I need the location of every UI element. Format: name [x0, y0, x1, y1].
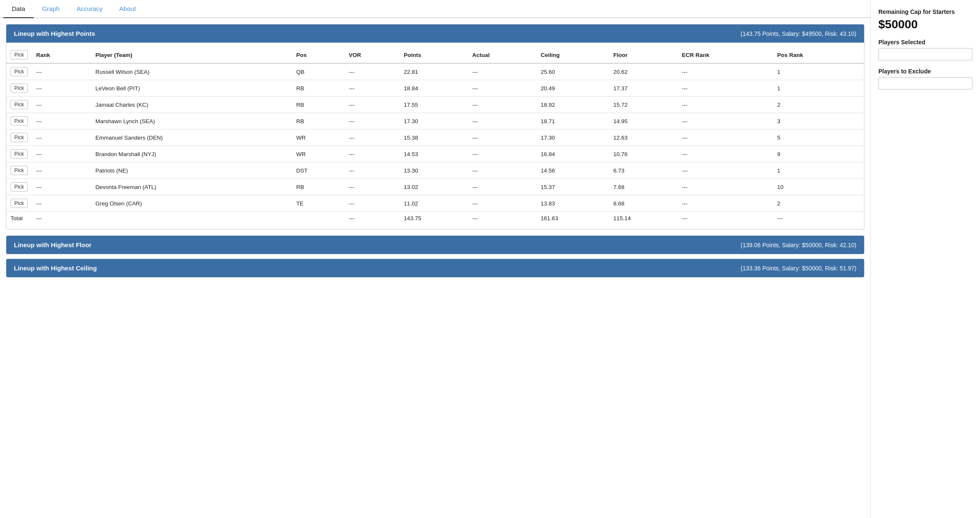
pos-rank-cell-0: 1: [773, 63, 864, 80]
ceiling-cell-1: 20.49: [536, 80, 609, 97]
ceiling-cell-8: 13.83: [536, 195, 609, 212]
player-cell-6: Patriots (NE): [91, 162, 292, 179]
points-cell-5: 14.53: [400, 146, 468, 162]
pos-rank-cell-4: 5: [773, 130, 864, 146]
col-vor: VOR: [345, 47, 400, 63]
points-cell-3: 17.30: [400, 113, 468, 130]
tab-graph[interactable]: Graph: [34, 0, 68, 18]
pick-cell-1: Pick: [6, 80, 32, 97]
tab-data[interactable]: Data: [3, 0, 34, 18]
totals-actual: ---: [468, 212, 536, 225]
ceiling-cell-6: 14.56: [536, 162, 609, 179]
ecr-rank-cell-6: ---: [678, 162, 773, 179]
table-row: Pick --- Brandon Marshall (NYJ) WR --- 1…: [6, 146, 864, 162]
totals-ceiling: 161.63: [536, 212, 609, 225]
tab-about[interactable]: About: [111, 0, 144, 18]
remaining-cap-label: Remaining Cap for Starters: [878, 8, 972, 15]
pos-rank-cell-2: 2: [773, 97, 864, 113]
pick-button-6[interactable]: Pick: [11, 166, 28, 175]
floor-cell-1: 17.37: [609, 80, 678, 97]
player-cell-7: Devonta Freeman (ATL): [91, 179, 292, 195]
pos-cell-5: WR: [292, 146, 345, 162]
totals-rank: ---: [32, 212, 91, 225]
col-actual: Actual: [468, 47, 536, 63]
pos-cell-7: RB: [292, 179, 345, 195]
table-row: Pick --- Devonta Freeman (ATL) RB --- 13…: [6, 179, 864, 195]
actual-cell-3: ---: [468, 113, 536, 130]
pick-cell-2: Pick: [6, 97, 32, 113]
pos-rank-cell-6: 1: [773, 162, 864, 179]
ecr-rank-cell-4: ---: [678, 130, 773, 146]
pos-rank-cell-8: 2: [773, 195, 864, 212]
pos-rank-cell-7: 10: [773, 179, 864, 195]
rank-cell-5: ---: [32, 146, 91, 162]
lineup-highest-floor-title: Lineup with Highest Floor: [14, 241, 92, 248]
pos-rank-cell-5: 9: [773, 146, 864, 162]
points-cell-8: 11.02: [400, 195, 468, 212]
vor-cell-2: ---: [345, 97, 400, 113]
col-ceiling: Ceiling: [536, 47, 609, 63]
pick-button-7[interactable]: Pick: [11, 182, 28, 192]
points-cell-2: 17.55: [400, 97, 468, 113]
pick-cell-7: Pick: [6, 179, 32, 195]
ecr-rank-cell-3: ---: [678, 113, 773, 130]
actual-cell-5: ---: [468, 146, 536, 162]
pick-button-4[interactable]: Pick: [11, 133, 28, 142]
col-pos-rank: Pos Rank: [773, 47, 864, 63]
lineup-highest-floor-header[interactable]: Lineup with Highest Floor (139.06 Points…: [6, 236, 864, 254]
lineup-highest-points-header: Lineup with Highest Points (143.75 Point…: [6, 24, 864, 43]
players-selected-input[interactable]: [878, 48, 972, 60]
lineup-highest-points-section: Lineup with Highest Points (143.75 Point…: [6, 24, 864, 229]
floor-cell-8: 8.68: [609, 195, 678, 212]
pick-button-3[interactable]: Pick: [11, 116, 28, 126]
pick-button-1[interactable]: Pick: [11, 84, 28, 93]
ecr-rank-cell-7: ---: [678, 179, 773, 195]
pos-cell-4: WR: [292, 130, 345, 146]
pos-rank-cell-3: 3: [773, 113, 864, 130]
vor-cell-6: ---: [345, 162, 400, 179]
floor-cell-0: 20.62: [609, 63, 678, 80]
rank-cell-3: ---: [32, 113, 91, 130]
table-row: Pick --- Jamaal Charles (KC) RB --- 17.5…: [6, 97, 864, 113]
pick-button-8[interactable]: Pick: [11, 199, 28, 208]
player-cell-5: Brandon Marshall (NYJ): [91, 146, 292, 162]
ecr-rank-cell-2: ---: [678, 97, 773, 113]
pick-button-5[interactable]: Pick: [11, 149, 28, 159]
floor-cell-6: 6.73: [609, 162, 678, 179]
lineup-highest-points-table: Pick Rank Player (Team) Pos VOR Points A…: [6, 47, 864, 225]
ceiling-cell-5: 16.84: [536, 146, 609, 162]
vor-cell-4: ---: [345, 130, 400, 146]
table-row: Pick --- Russell Wilson (SEA) QB --- 22.…: [6, 63, 864, 80]
rank-cell-2: ---: [32, 97, 91, 113]
ceiling-cell-7: 15.37: [536, 179, 609, 195]
pick-button-0[interactable]: Pick: [11, 67, 28, 76]
col-pos: Pos: [292, 47, 345, 63]
pos-cell-3: RB: [292, 113, 345, 130]
totals-player: [91, 212, 292, 225]
pos-cell-6: DST: [292, 162, 345, 179]
points-cell-6: 13.30: [400, 162, 468, 179]
main-panel: Data Graph Accuracy About Lineup with Hi…: [0, 0, 870, 518]
app-container: Data Graph Accuracy About Lineup with Hi…: [0, 0, 980, 518]
vor-cell-5: ---: [345, 146, 400, 162]
pick-button-2[interactable]: Pick: [11, 100, 28, 109]
player-cell-8: Greg Olsen (CAR): [91, 195, 292, 212]
totals-floor: 115.14: [609, 212, 678, 225]
lineup-highest-points-subtitle: (143.75 Points, Salary: $49500, Risk: 43…: [740, 30, 856, 37]
lineup-highest-points-title: Lineup with Highest Points: [14, 30, 95, 37]
totals-points: 143.75: [400, 212, 468, 225]
vor-cell-8: ---: [345, 195, 400, 212]
vor-cell-7: ---: [345, 179, 400, 195]
content-area: Lineup with Highest Points (143.75 Point…: [0, 18, 870, 288]
actual-cell-6: ---: [468, 162, 536, 179]
rank-cell-0: ---: [32, 63, 91, 80]
players-to-exclude-input[interactable]: [878, 77, 972, 89]
pick-all-button[interactable]: Pick: [11, 50, 28, 59]
totals-label: Total: [6, 212, 32, 225]
tab-accuracy[interactable]: Accuracy: [68, 0, 111, 18]
lineup-highest-ceiling-header[interactable]: Lineup with Highest Ceiling (133.36 Poin…: [6, 259, 864, 277]
col-floor: Floor: [609, 47, 678, 63]
table-header-row: Pick Rank Player (Team) Pos VOR Points A…: [6, 47, 864, 63]
floor-cell-3: 14.95: [609, 113, 678, 130]
floor-cell-4: 12.63: [609, 130, 678, 146]
